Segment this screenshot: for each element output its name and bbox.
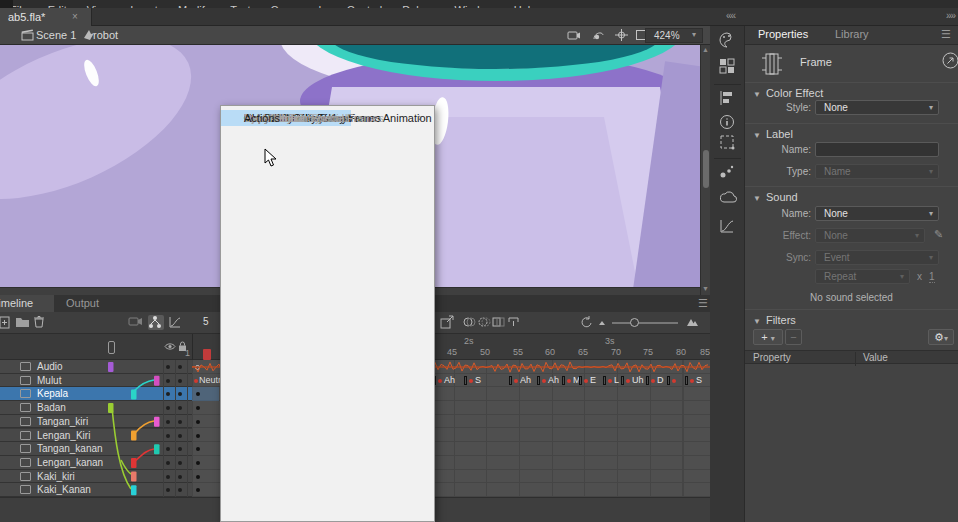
collapse-props-icon[interactable]: »» [946,10,955,21]
playhead-marker[interactable] [203,349,211,360]
keyframe-marker[interactable] [464,376,467,385]
layer-name[interactable]: Kaki_kiri [37,471,75,482]
new-layer-icon[interactable] [0,315,12,330]
keyframe-red[interactable] [514,379,518,383]
delete-layer-icon[interactable] [33,315,49,330]
zoom-in-frames-icon[interactable] [686,315,702,330]
align-panel-icon[interactable] [719,90,737,108]
collapse-dock-icon[interactable]: «« [726,10,735,21]
keyframe-red[interactable] [584,379,588,383]
motion-graph-icon[interactable] [719,218,737,236]
layer-name[interactable]: Kaki_Kanan [37,484,91,495]
breadcrumb-symbol[interactable]: robot [93,29,118,41]
scrollbar-thumb[interactable] [703,150,709,188]
section-color-effect[interactable]: ▼Color Effect [753,87,823,99]
keyframe-red[interactable] [542,379,546,383]
add-filter-button[interactable]: + ▾ [753,329,783,345]
keyframe-dot[interactable] [196,461,200,465]
panel-menu-icon[interactable]: ☰ [698,297,708,310]
keyframe-red[interactable] [438,379,442,383]
clip-content-icon[interactable] [628,29,642,42]
swatches-panel-icon[interactable] [719,58,737,76]
pencil-icon[interactable]: ✎ [934,228,943,241]
remove-filter-button[interactable]: − [785,329,802,345]
layer-name[interactable]: Tangan_kanan [37,443,103,454]
keyframe-red[interactable] [690,379,694,383]
keyframe-marker[interactable] [537,376,540,385]
edit-multiple-frames-icon[interactable] [492,315,508,330]
keyframe-red[interactable] [651,379,655,383]
style-select[interactable]: None ▾ [815,100,939,115]
tab-timeline[interactable]: Timeline [0,295,54,312]
keyframe-dot[interactable] [196,406,200,410]
camera-icon[interactable] [560,29,574,42]
graph-editor-icon[interactable] [168,315,184,330]
info-panel-icon[interactable] [719,114,737,132]
divider [745,186,958,187]
keyframe-marker[interactable] [579,376,582,385]
context-item-actions[interactable]: Actions [221,110,280,126]
zoom-slider-handle[interactable] [630,318,639,327]
close-tab-icon[interactable]: × [72,11,78,22]
document-tab[interactable]: ab5.fla* × [0,8,92,26]
center-stage-icon[interactable] [608,29,622,42]
section-sound[interactable]: ▼Sound [753,191,798,203]
parenting-view-icon[interactable] [148,315,164,330]
modify-markers-icon[interactable] [507,315,523,330]
tab-output[interactable]: Output [58,295,112,312]
divider [187,360,188,497]
color-panel-icon[interactable] [719,32,737,50]
keyframe-red[interactable] [672,379,676,383]
layer-name[interactable]: Kepala [37,388,68,399]
keyframe-red[interactable] [626,379,630,383]
layer-name[interactable]: Lengan_Kiri [37,430,90,441]
app-logo-icon[interactable] [0,0,13,8]
keyframe-marker[interactable] [603,376,606,385]
keyframe-marker[interactable] [509,376,512,385]
collapse-triangle-icon: ▼ [753,90,761,99]
keyframe-dot[interactable] [196,475,200,479]
panel-menu-icon[interactable]: ☰ [941,28,951,41]
camera-toggle-icon[interactable] [128,315,144,330]
filter-options-gear-button[interactable]: ⚙▾ [928,329,954,345]
layer-name[interactable]: Lengan_kanan [37,457,103,468]
keyframe-marker[interactable] [562,376,565,385]
breadcrumb-scene[interactable]: Scene 1 [36,29,76,41]
layer-name[interactable]: Mulut [37,375,61,386]
keyframe-dot[interactable] [196,488,200,492]
brush-library-icon[interactable] [719,164,737,182]
transform-panel-icon[interactable] [719,134,737,152]
section-filters[interactable]: ▼Filters [753,314,796,326]
loop-icon[interactable] [580,315,596,330]
stage-vertical-scrollbar[interactable]: ▲ ▼ [700,45,710,295]
keyframe-dot[interactable] [196,434,200,438]
onion-skin-icon[interactable] [463,315,479,330]
zoom-slider-track[interactable] [612,322,678,324]
export-frame-icon[interactable] [440,315,456,330]
section-label[interactable]: ▼Label [753,128,793,140]
layer-name[interactable]: Audio [37,361,63,372]
keyframe-red[interactable] [194,379,198,383]
layer-name[interactable]: Tangan_kiri [37,416,88,427]
scroll-up-icon[interactable]: ▲ [702,46,709,53]
keyframe-dot[interactable] [196,447,200,451]
keyframe-marker[interactable] [667,376,670,385]
zoom-level-select[interactable]: 424% ▾ [645,28,703,43]
label-name-input[interactable] [815,142,939,157]
keyframe-dot[interactable] [196,420,200,424]
tab-properties[interactable]: Properties [758,28,808,40]
keyframe-red[interactable] [608,379,612,383]
keyframe-marker[interactable] [685,376,688,385]
keyframe-red[interactable] [567,379,571,383]
sound-name-select[interactable]: None ▾ [815,206,939,221]
layer-name[interactable]: Badan [37,402,66,413]
scroll-down-icon[interactable]: ▼ [702,285,709,292]
keyframe-red[interactable] [469,379,473,383]
tab-library[interactable]: Library [835,28,869,40]
cc-libraries-icon[interactable] [719,190,737,208]
new-folder-icon[interactable] [15,315,31,330]
keyframe-marker[interactable] [621,376,624,385]
keyframe-marker[interactable] [646,376,649,385]
rotation-tool-icon[interactable] [585,29,599,42]
repeat-count-value[interactable]: 1 [929,271,935,283]
